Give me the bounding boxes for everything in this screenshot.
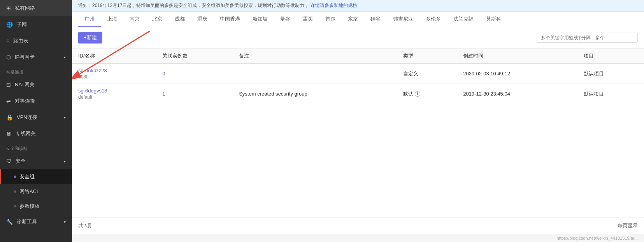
table-icon: ≡ bbox=[6, 38, 9, 44]
cell-id-name-1: sg-hnkpzz28 8080 bbox=[72, 64, 156, 84]
region-tab-beijing[interactable]: 北京 bbox=[146, 12, 168, 27]
sidebar-item-dedicated-gateway[interactable]: 🖥 专线网关 bbox=[0, 125, 72, 142]
sidebar-sub-item-label: 网络ACL bbox=[19, 188, 39, 195]
sidebar-item-label: IP与网卡 bbox=[15, 54, 35, 61]
cell-type-1: 自定义 bbox=[397, 64, 457, 84]
cell-created-time-2: 2019-12-30 23:45:04 bbox=[457, 84, 577, 104]
region-tab-guangzhou[interactable]: 广州 bbox=[78, 12, 101, 27]
region-tab-frankfurt[interactable]: 法兰克福 bbox=[447, 12, 480, 27]
col-project: 项目 bbox=[577, 49, 644, 64]
region-tab-shanghai[interactable]: 上海 bbox=[101, 12, 123, 27]
cell-instances-2: 1 bbox=[156, 84, 233, 104]
globe-icon: 🌐 bbox=[6, 21, 13, 28]
door-icon: ⊟ bbox=[6, 82, 11, 88]
section-network-title: 网络连接 bbox=[0, 65, 72, 77]
sidebar-item-private-network[interactable]: ⊞ 私有网络 bbox=[0, 0, 72, 16]
col-id-name: ID/名称 bbox=[72, 49, 156, 64]
notice-link[interactable]: 详情请多多私地的规格 bbox=[311, 3, 357, 8]
region-tab-moscow[interactable]: 莫斯科 bbox=[480, 12, 507, 27]
sidebar-item-routing-table[interactable]: ≡ 路由表 bbox=[0, 33, 72, 49]
cell-project-2: 默认项目 bbox=[577, 84, 644, 104]
sidebar-sub-item-label: 参数模板 bbox=[19, 203, 40, 210]
region-tab-chengdu[interactable]: 成都 bbox=[168, 12, 191, 27]
table-footer: 共2项 每页显示 bbox=[72, 217, 644, 234]
sidebar-item-label: 安全 bbox=[16, 158, 26, 165]
type-badge-2: 默认 ℹ bbox=[403, 91, 420, 97]
grid-icon: ⊞ bbox=[6, 5, 11, 11]
region-tab-chongqing[interactable]: 重庆 bbox=[191, 12, 214, 27]
status-url: https://blog.csdn.net/weixin_44131519/ar… bbox=[556, 236, 638, 240]
cell-remarks-1: - bbox=[233, 64, 397, 84]
notice-text: 通知：2019年12月17日起，特增加美丽的多多是安全组成，安全组添加美多类似投… bbox=[78, 3, 309, 8]
new-button[interactable]: +新建 bbox=[78, 32, 102, 44]
arrows-icon: ⇌ bbox=[6, 98, 11, 104]
cell-type-2: 默认 ℹ bbox=[397, 84, 457, 104]
region-tab-tokyo[interactable]: 东京 bbox=[342, 12, 364, 27]
cell-id-name-2: sg-6dugvs18 default bbox=[72, 84, 156, 104]
toolbar: +新建 bbox=[72, 27, 644, 49]
cell-created-time-1: 2020-02-03 10:49:12 bbox=[457, 64, 577, 84]
instance-count-2[interactable]: 1 bbox=[162, 91, 165, 97]
total-count: 共2项 bbox=[78, 222, 91, 229]
sg-name-1: 8080 bbox=[78, 74, 150, 80]
col-type: 类型 bbox=[397, 49, 457, 64]
sidebar-item-label: 路由表 bbox=[13, 37, 28, 44]
instance-count-1[interactable]: 0 bbox=[162, 71, 165, 77]
sidebar-item-security-group[interactable]: 安全组 bbox=[0, 169, 72, 184]
sidebar-item-param-template[interactable]: 参数模板 bbox=[0, 199, 72, 214]
dot-icon bbox=[14, 190, 16, 193]
dot-icon bbox=[14, 176, 16, 178]
monitor-icon: 🖥 bbox=[6, 131, 12, 137]
sidebar-item-network-acl[interactable]: 网络ACL bbox=[0, 184, 72, 199]
region-tab-singapore[interactable]: 新加坡 bbox=[246, 12, 274, 27]
region-tab-hongkong[interactable]: 中国香港 bbox=[214, 12, 246, 27]
sidebar-item-vpn-connection[interactable]: 🔒 VPN连接 ▾ bbox=[0, 109, 72, 125]
sidebar-item-subnet[interactable]: 🌐 子网 bbox=[0, 16, 72, 33]
lock-icon: 🔒 bbox=[6, 114, 13, 120]
dot-icon bbox=[14, 205, 16, 207]
sidebar-item-diagnostic-tools[interactable]: 🔧 诊断工具 ▾ bbox=[0, 214, 72, 230]
main-content: 通知：2019年12月17日起，特增加美丽的多多是安全组成，安全组添加美多类似投… bbox=[72, 0, 644, 242]
sidebar-item-label: 诊断工具 bbox=[17, 218, 37, 225]
region-tab-silicon-valley[interactable]: 硅谷 bbox=[364, 12, 387, 27]
table-row: sg-hnkpzz28 8080 0 - 自定义 2020-02-03 10:4… bbox=[72, 64, 644, 84]
wrench-icon: 🔧 bbox=[6, 219, 13, 225]
col-instances: 关联实例数 bbox=[156, 49, 233, 64]
sidebar-item-label: VPN连接 bbox=[17, 114, 37, 121]
region-tab-mumbai[interactable]: 孟买 bbox=[297, 12, 319, 27]
sidebar-item-label: 私有网络 bbox=[15, 5, 35, 12]
chevron-down-icon: ▾ bbox=[64, 115, 66, 120]
main-wrapper: 通知：2019年12月17日起，特增加美丽的多多是安全组成，安全组添加美多类似投… bbox=[72, 0, 644, 242]
col-created-time: 创建时间 bbox=[457, 49, 577, 64]
search-input[interactable] bbox=[537, 33, 638, 43]
table-header-row: ID/名称 关联实例数 备注 类型 创建时间 项目 bbox=[72, 49, 644, 64]
sidebar: ⊞ 私有网络 🌐 子网 ≡ 路由表 ⬡ IP与网卡 ▾ 网络连接 ⊟ NAT网关… bbox=[0, 0, 72, 242]
sg-name-2: default bbox=[78, 94, 150, 100]
sidebar-item-label: 子网 bbox=[17, 21, 27, 28]
notice-bar: 通知：2019年12月17日起，特增加美丽的多多是安全组成，安全组添加美多类似投… bbox=[72, 0, 644, 12]
sg-link-2[interactable]: sg-6dugvs18 bbox=[78, 88, 107, 94]
sg-link-1[interactable]: sg-hnkpzz28 bbox=[78, 68, 107, 73]
region-tab-bangkok[interactable]: 曼谷 bbox=[274, 12, 297, 27]
sidebar-item-ip-nic[interactable]: ⬡ IP与网卡 ▾ bbox=[0, 49, 72, 65]
sidebar-item-label: 专线网关 bbox=[16, 130, 36, 137]
chevron-down-icon: ▾ bbox=[64, 159, 66, 164]
region-tab-seoul[interactable]: 首尔 bbox=[319, 12, 342, 27]
sidebar-item-security[interactable]: 🛡 安全 ▾ bbox=[0, 153, 72, 169]
network-icon: ⬡ bbox=[6, 54, 11, 60]
table-container: ID/名称 关联实例数 备注 类型 创建时间 项目 sg-hnkpzz28 80… bbox=[72, 49, 644, 217]
cell-instances-1: 0 bbox=[156, 64, 233, 84]
status-bar: https://blog.csdn.net/weixin_44131519/ar… bbox=[72, 234, 644, 242]
region-tab-toronto[interactable]: 多伦多 bbox=[419, 12, 447, 27]
table-row: sg-6dugvs18 default 1 System created sec… bbox=[72, 84, 644, 104]
sidebar-item-peer-connection[interactable]: ⇌ 对等连接 bbox=[0, 93, 72, 109]
region-tab-nanjing[interactable]: 南京 bbox=[123, 12, 146, 27]
region-tabs: 广州 上海 南京 北京 成都 重庆 中国香港 新加坡 曼谷 孟买 首尔 东京 硅… bbox=[72, 12, 644, 27]
info-icon[interactable]: ℹ bbox=[415, 91, 420, 97]
security-group-table: ID/名称 关联实例数 备注 类型 创建时间 项目 sg-hnkpzz28 80… bbox=[72, 49, 644, 104]
chevron-down-icon: ▾ bbox=[64, 220, 66, 224]
sidebar-item-label: NAT网关 bbox=[15, 81, 35, 88]
sidebar-sub-item-label: 安全组 bbox=[19, 173, 35, 180]
sidebar-item-nat-gateway[interactable]: ⊟ NAT网关 bbox=[0, 77, 72, 93]
region-tab-virginia[interactable]: 弗吉尼亚 bbox=[387, 12, 419, 27]
